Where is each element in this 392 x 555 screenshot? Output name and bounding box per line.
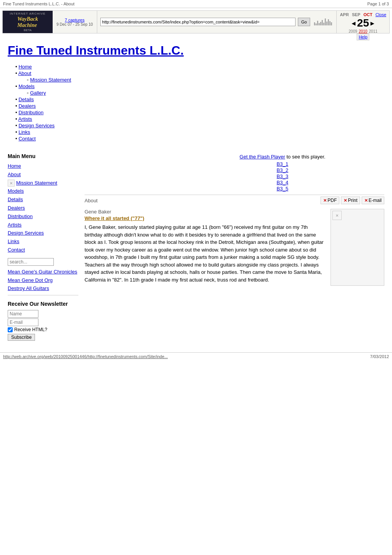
nav-details[interactable]: Details [18,97,34,102]
nav-dealers[interactable]: Dealers [18,103,36,109]
newsletter-form: Receive HTML? Subscribe [8,310,78,341]
article-author: Gene Baker [85,209,324,215]
flash-link-b3-3[interactable]: B3_3 [277,173,288,179]
site-title[interactable]: Fine Tuned Instruments L.L.C. [8,43,384,58]
cal-prev-arrow[interactable]: ◀ [352,20,355,26]
article-image-box: ✕ [331,209,384,286]
newsletter-email-input[interactable] [8,318,38,326]
about-bar: About ✕ PDF ✕ Print ✕ E-mail [85,195,384,206]
nav-mission-statement[interactable]: Mission Statement [30,77,71,83]
sidebar-item-about[interactable]: About [8,171,78,179]
sidebar-item-mean-gene-org[interactable]: Mean Gene Dot Org [8,277,78,285]
nav-design-services[interactable]: Design Services [18,123,55,128]
sidebar-item-models[interactable]: Models [8,187,78,195]
print-button[interactable]: ✕ Print [341,197,360,204]
sidebar-item-destroy-all-guitars[interactable]: Destroy All Guitars [8,285,78,293]
flash-link-b3-1[interactable]: B3_1 [277,161,288,167]
nav-gallery[interactable]: Gallery [30,90,46,96]
cal-day-number: 25 [357,17,369,29]
newsletter-heading: Receive Our Newsletter [8,301,78,307]
cal-next-arrow[interactable]: ▶ [370,20,374,26]
cal-year-2009[interactable]: 2009 [349,29,357,33]
spark-bar [319,23,320,25]
spark-bar [323,23,324,25]
spark-bar [328,19,329,25]
wayback-sparkline [313,11,336,26]
main-menu-links: Home About ✕ Mission Statement Models De… [8,162,78,254]
search-input[interactable] [8,258,54,266]
flash-link-b3-5[interactable]: B3_5 [277,186,288,192]
wayback-go-button[interactable]: Go [298,18,311,26]
sidebar-item-home[interactable]: Home [8,162,78,170]
wayback-url-input[interactable] [100,18,296,26]
sidebar-item-mean-gene-chronicles[interactable]: Mean Gene's Guitar Chronicles [8,268,78,276]
cal-month-apr[interactable]: APR [340,12,349,17]
spark-bar [331,22,332,25]
sidebar-item-details[interactable]: Details [8,196,78,204]
spark-bar [314,22,315,25]
nav-distribution[interactable]: Distribution [18,110,43,115]
sidebar-item-mission-statement[interactable]: Mission Statement [16,179,57,187]
get-flash-link[interactable]: Get the Flash Player [239,154,285,160]
page-title-bar: Fine Tuned Instruments L.L.C. - About [3,2,75,6]
newsletter-html-checkbox[interactable] [8,327,13,332]
email-button[interactable]: ✕ E-mail [362,197,384,204]
spark-bar [316,23,317,25]
newsletter-subscribe-button[interactable]: Subscribe [8,334,35,341]
article-text: Gene Baker Where it all started ("77") I… [85,209,324,286]
spark-bar [322,20,323,25]
spark-bar [326,22,327,25]
flash-area: Get the Flash Player to see this player.… [181,154,384,192]
bottom-url[interactable]: http://web.archive.org/web/2010092500144… [3,354,168,359]
pdf-print-bar: ✕ PDF ✕ Print ✕ E-mail [321,197,384,204]
help-button[interactable]: Help [357,33,369,40]
main-menu-heading: Main Menu [8,153,78,159]
sidebar-item-contact[interactable]: Contact [8,246,78,254]
bottom-bar: http://web.archive.org/web/2010092500144… [0,352,392,360]
sidebar-item-design-services[interactable]: Design Services [8,229,78,237]
nav-contact[interactable]: Contact [18,136,36,142]
top-nav-list: Home About Mission Statement Models Gall… [8,64,384,142]
article-image-broken-icon: ✕ [332,211,342,220]
sidebar-item-links[interactable]: Links [8,238,78,246]
cal-month-sep[interactable]: SEP [352,12,360,17]
extra-links: Mean Gene's Guitar Chronicles Mean Gene … [8,268,78,293]
ia-text: INTERNET ARCHIVE [10,12,45,15]
about-label: About [85,198,98,203]
wayback-calendar: APR SEP OCT Close ◀ 25 ▶ 2009 2010 2011 … [336,11,389,33]
spark-bar [317,21,318,25]
beta-label: BETA [24,28,32,32]
main-content: Get the Flash Player to see this player.… [85,148,384,341]
cal-year-2011[interactable]: 2011 [369,29,377,33]
nav-home[interactable]: Home [18,64,32,70]
broken-image-icon: ✕ [8,180,15,187]
newsletter-name-input[interactable] [8,310,38,318]
cal-month-oct[interactable]: OCT [364,12,372,17]
sidebar: Main Menu Home About ✕ Mission Statement… [8,148,85,341]
wayback-url-bar: Go [97,11,314,33]
captures-count[interactable]: 7 captures [65,18,85,22]
cal-year-2010[interactable]: 2010 [359,29,367,33]
flash-link-b3-4[interactable]: B3_4 [277,180,288,185]
cal-close-button[interactable]: Close [375,12,386,17]
flash-to-see-text: to see this player. [286,154,325,160]
article-subtitle: Where it all started ("77") [85,215,324,221]
article-area: Gene Baker Where it all started ("77") I… [85,209,384,286]
nav-artists[interactable]: Artists [18,116,32,122]
pdf-button[interactable]: ✕ PDF [321,197,339,204]
wbm-logo: WayBackMachine [17,16,38,28]
spark-bar [320,22,321,25]
wayback-logo: INTERNET ARCHIVE WayBackMachine BETA [3,11,53,33]
pdf-x-icon: ✕ [323,198,327,203]
nav-models[interactable]: Models [18,83,35,89]
sidebar-item-artists[interactable]: Artists [8,221,78,229]
print-x-icon: ✕ [344,198,347,203]
sidebar-item-distribution[interactable]: Distribution [8,213,78,221]
nav-links[interactable]: Links [18,129,30,135]
page-info: Page 1 of 3 [367,2,389,6]
article-body: I, Gene Baker, seriously started playing… [85,223,324,283]
spark-bar [329,21,331,25]
nav-about[interactable]: About [18,70,31,76]
flash-link-b3-2[interactable]: B3_2 [277,167,288,173]
sidebar-item-dealers[interactable]: Dealers [8,204,78,212]
